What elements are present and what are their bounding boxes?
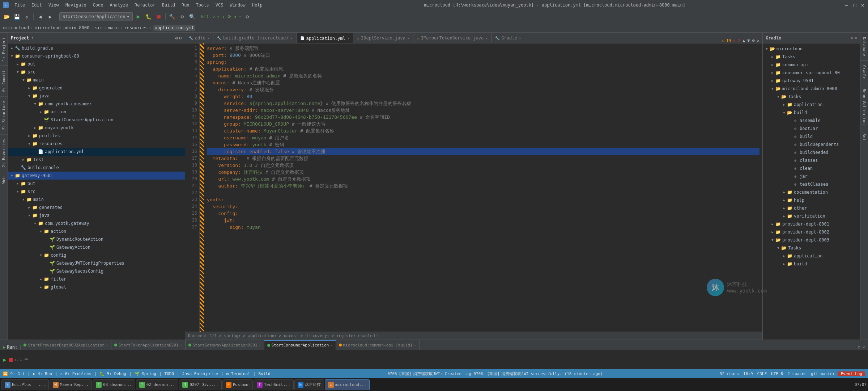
gradle-close-icon[interactable]: ✕ bbox=[855, 35, 857, 40]
event-log-item[interactable]: Event Log bbox=[838, 371, 865, 376]
line-ending[interactable]: CRLF bbox=[757, 371, 767, 376]
run-status-item[interactable]: ▶ 4: Run bbox=[33, 371, 52, 376]
vcs-settings-button[interactable]: ⚙ bbox=[243, 12, 252, 21]
close-panel-icon[interactable]: ✕ bbox=[757, 38, 760, 43]
tree-item-gateway-action-file[interactable]: 🌱 GatewayAction bbox=[8, 243, 185, 251]
project-panel-dropdown[interactable]: ▾ bbox=[31, 35, 34, 40]
gradle-settings-icon[interactable]: ⚙ bbox=[851, 35, 854, 40]
run-restart-button[interactable]: ↻ bbox=[15, 357, 18, 362]
menu-build[interactable]: Build bbox=[159, 2, 178, 8]
gradle-tree-item[interactable]: ⚙jar bbox=[763, 172, 860, 180]
tree-item-gateway-main[interactable]: ▼ 📁 main bbox=[8, 196, 185, 203]
tree-item-gateway[interactable]: ▼ 📁 gateway-9501 bbox=[8, 172, 185, 180]
gradle-tree-item[interactable]: ▶📁provider-dept-8001 bbox=[763, 220, 860, 228]
gradle-tree-item[interactable]: ⚙bootJar bbox=[763, 125, 860, 133]
git-status-item[interactable]: 🔀 9: Git bbox=[3, 371, 25, 376]
menu-vcs[interactable]: VCS bbox=[213, 2, 226, 8]
run-scroll-button[interactable]: ⤓ bbox=[19, 357, 23, 362]
menu-analyze[interactable]: Analyze bbox=[107, 2, 131, 8]
tree-item-gateway-src[interactable]: ▼ 📁 src bbox=[8, 188, 185, 196]
favorites-side-tab[interactable]: 2: Favorites bbox=[0, 134, 8, 172]
chars-count[interactable]: 32 chars bbox=[720, 371, 739, 376]
tab-close-button[interactable]: ✕ bbox=[519, 36, 521, 40]
tree-item-com-yootk-gateway[interactable]: ▼ 📁 com.yootk.gateway bbox=[8, 219, 185, 227]
sync-button[interactable]: ↻ bbox=[22, 12, 31, 21]
tree-item-test[interactable]: ▶ 📁 test bbox=[8, 156, 185, 164]
tab-close-button[interactable]: ✕ bbox=[347, 36, 349, 40]
breadcrumb-item-file[interactable]: application.yml bbox=[153, 25, 195, 31]
taskbar-techsmith[interactable]: T TechSmit... bbox=[254, 379, 294, 390]
gradle-tree-item[interactable]: ▶📁help bbox=[763, 196, 860, 204]
tree-item-main[interactable]: ▼ 📁 main bbox=[8, 76, 185, 84]
breadcrumb-item-src[interactable]: src bbox=[95, 25, 103, 30]
run-tab-close[interactable]: ✕ bbox=[414, 343, 416, 347]
gradle-tree-item[interactable]: ⚙buildDependents bbox=[763, 140, 860, 148]
taskbar-postman[interactable]: P Postman bbox=[222, 379, 253, 390]
debug-status-item[interactable]: 🐛 5: Debug bbox=[99, 371, 126, 376]
minimize-button[interactable]: — bbox=[844, 3, 849, 8]
tree-item-src[interactable]: ▼ 📁 src bbox=[8, 68, 185, 76]
tree-item-profiles[interactable]: ▶ 📁 profiles bbox=[8, 132, 185, 140]
forward-button[interactable]: ▶ bbox=[46, 12, 55, 21]
menu-code[interactable]: Code bbox=[90, 2, 106, 8]
debug-button[interactable]: 🐛 bbox=[144, 12, 153, 21]
run-tab-close[interactable]: ✕ bbox=[180, 343, 182, 347]
tree-item-build-gradle[interactable]: 🔧 build.gradle bbox=[8, 164, 185, 172]
build-item[interactable]: Build bbox=[258, 371, 270, 376]
menu-window[interactable]: Window bbox=[227, 2, 248, 8]
taskbar-0207[interactable]: T 0207_Divi... bbox=[179, 379, 221, 390]
tree-item-action-consumer[interactable]: ▶ 📁 action bbox=[8, 108, 185, 116]
tree-item-gateway-java[interactable]: ▼ 📁 java bbox=[8, 211, 185, 219]
back-button[interactable]: ◀ bbox=[36, 12, 44, 21]
ant-side-tab[interactable]: Ant bbox=[860, 129, 868, 145]
build-button[interactable]: 🔨 bbox=[168, 12, 176, 21]
todo-status-item[interactable]: TODO bbox=[165, 371, 174, 376]
gradle-tree-item[interactable]: ▶📁verification bbox=[763, 212, 860, 220]
code-content[interactable]: server: # 服务端配置 port: 8000 # 8000端口sprin… bbox=[204, 43, 762, 332]
menu-navigate[interactable]: Navigate bbox=[63, 2, 89, 8]
structure-side-tab[interactable]: Z: Structure bbox=[0, 96, 8, 134]
tree-item-filter[interactable]: ▶ 📁 filter bbox=[8, 275, 185, 283]
indent[interactable]: 2 spaces bbox=[787, 371, 807, 376]
gradle-tree-item[interactable]: ▼📂provider-dept-8003 bbox=[763, 236, 860, 244]
breadcrumb-item-resources[interactable]: resources bbox=[124, 25, 148, 30]
tree-item-jwt-config[interactable]: 🌱 GatewayJWTConfigProperties bbox=[8, 259, 185, 267]
gradle-tree-item[interactable]: ▶📁provider-dept-8002 bbox=[763, 228, 860, 236]
run-tab-common-build[interactable]: microcloud:common-api [build] ✕ bbox=[336, 340, 420, 350]
tree-item-gateway-action[interactable]: ▼ 📁 action bbox=[8, 227, 185, 235]
tree-item-out[interactable]: ▶ 📁 out bbox=[8, 60, 185, 68]
tree-item-gateway-out[interactable]: ▶ 📁 out bbox=[8, 180, 185, 188]
tree-item-gateway-generated[interactable]: ▶ 📁 generated bbox=[8, 203, 185, 211]
tab-build-gradle[interactable]: 🔧 build.gradle (microcloud) ✕ bbox=[213, 33, 297, 43]
gradle-side-tab[interactable]: Gradle bbox=[860, 61, 868, 84]
tab-adle[interactable]: 🔧 adle ✕ bbox=[185, 33, 213, 43]
menu-file[interactable]: File bbox=[12, 2, 28, 8]
taskbar-editplus[interactable]: E EditPlus - ... bbox=[1, 379, 49, 390]
run-settings-icon[interactable]: ⚙ bbox=[858, 345, 860, 350]
gradle-tree-item[interactable]: ▶📁other bbox=[763, 204, 860, 212]
taskbar-03[interactable]: T 03_deamon... bbox=[93, 379, 135, 390]
encoding[interactable]: UTF-8 bbox=[771, 371, 783, 376]
gradle-tree-item[interactable]: ▶📁common-api bbox=[763, 61, 860, 69]
run-filter-button[interactable]: ☰ bbox=[24, 357, 28, 362]
gradle-tree-item[interactable]: ▶📁gateway-9501 bbox=[763, 77, 860, 85]
stop-button[interactable]: ⏹ bbox=[154, 12, 163, 21]
collapse-icon[interactable]: ⊟ bbox=[179, 35, 182, 41]
gradle-tree-item[interactable]: ▼📂microcloud bbox=[763, 45, 860, 53]
run-tab-close[interactable]: ✕ bbox=[331, 343, 333, 347]
gradle-tree-item[interactable]: ▶📁application bbox=[763, 252, 860, 260]
taskbar-02[interactable]: T 02_deamon... bbox=[136, 379, 178, 390]
tree-item-application-yml[interactable]: 📄 application.yml bbox=[8, 148, 185, 156]
menu-help[interactable]: Help bbox=[249, 2, 265, 8]
gradle-tree-item[interactable]: ⚙buildNeeded bbox=[763, 148, 860, 156]
open-file-button[interactable]: 📂 bbox=[2, 12, 11, 21]
run-config-dropdown[interactable]: StartConsumerApplication ▾ bbox=[59, 12, 133, 21]
gradle-tree-item[interactable]: ▼📂build bbox=[763, 109, 860, 117]
gradle-tree-item[interactable]: ▼📂Tasks bbox=[763, 93, 860, 101]
tree-item-global[interactable]: ▶ 📁 global bbox=[8, 283, 185, 291]
terminal-item[interactable]: ⊞ Terminal bbox=[226, 371, 250, 376]
menu-refactor[interactable]: Refactor bbox=[132, 2, 158, 8]
tab-close-button[interactable]: ✕ bbox=[290, 36, 293, 40]
settings-icon[interactable]: ⚙ bbox=[752, 38, 755, 43]
run-stop-button[interactable]: ⏹ bbox=[8, 356, 14, 363]
